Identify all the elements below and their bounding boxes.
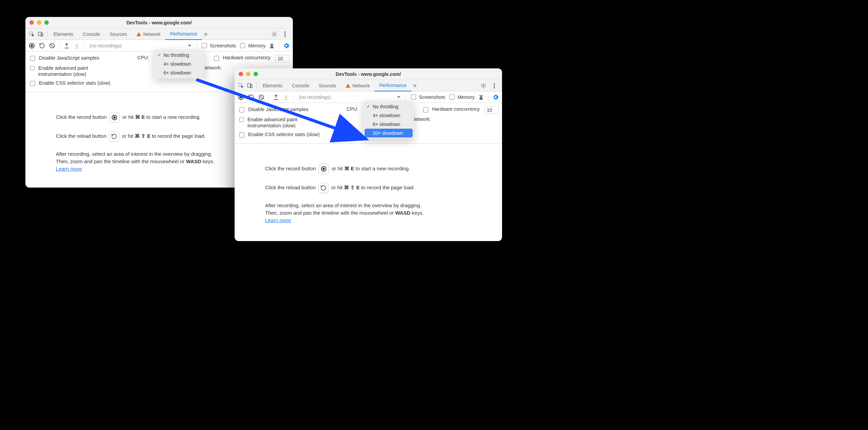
tab-network[interactable]: Network xyxy=(132,28,165,40)
help-text: Click the reload button xyxy=(56,133,108,139)
cpu-throttling-dropdown[interactable]: No throttling 4× slowdown 6× slowdown 20… xyxy=(363,101,414,139)
tab-performance[interactable]: Performance xyxy=(165,28,202,40)
capture-settings-gear-icon[interactable] xyxy=(283,42,290,49)
screenshots-checkbox-input[interactable] xyxy=(202,43,207,48)
tab-network[interactable]: Network xyxy=(341,80,374,91)
hw-label: Hardware concurrency xyxy=(223,55,270,61)
record-button-icon[interactable] xyxy=(237,93,245,101)
screenshots-checkbox[interactable]: Screenshots xyxy=(410,93,446,101)
reload-button-icon[interactable] xyxy=(38,42,46,49)
clear-icon[interactable] xyxy=(258,93,265,101)
help-text: or hit xyxy=(331,166,344,171)
memory-checkbox[interactable]: Memory xyxy=(239,42,265,49)
shortcut-reload: ⌘ ⇧ E xyxy=(344,185,360,190)
divider xyxy=(268,94,269,101)
download-icon[interactable] xyxy=(282,93,290,101)
inspect-element-icon[interactable] xyxy=(237,82,245,89)
reload-help-line: Click the reload button or hit ⌘ ⇧ E to … xyxy=(265,183,494,193)
hw-concurrency-input[interactable] xyxy=(214,56,219,61)
more-tabs-icon[interactable]: » xyxy=(411,82,419,89)
cpu-option-20x[interactable]: 20× slowdown xyxy=(365,129,413,137)
hw-concurrency-value[interactable]: 10 xyxy=(275,55,289,62)
garbage-collect-icon[interactable] xyxy=(477,93,485,101)
cpu-option-4x[interactable]: 4× slowdown xyxy=(154,60,205,68)
learn-more-link[interactable]: Learn more xyxy=(56,166,82,172)
capture-settings-pane: Disable JavaScript samples CPU: Hardware… xyxy=(235,103,502,144)
tab-console[interactable]: Console xyxy=(78,28,105,40)
reload-button-inline-icon[interactable] xyxy=(318,183,328,193)
help-text: Then, zoom and pan the timeline with the… xyxy=(56,158,186,164)
garbage-collect-icon[interactable] xyxy=(268,42,276,49)
cpu-throttling-dropdown[interactable]: No throttling 4× slowdown 6× slowdown xyxy=(154,49,205,79)
svg-point-19 xyxy=(494,87,495,88)
recordings-placeholder: (no recordings) xyxy=(90,43,122,48)
disable-js-samples-checkbox[interactable]: Disable JavaScript samples xyxy=(238,106,308,113)
performance-help-panel: Click the record button or hit ⌘ E to st… xyxy=(235,144,502,235)
device-toolbar-icon[interactable] xyxy=(246,82,254,89)
screenshots-checkbox[interactable]: Screenshots xyxy=(200,42,236,49)
svg-point-17 xyxy=(494,83,495,84)
advanced-paint-checkbox[interactable]: Enable advanced paint instrumentation (s… xyxy=(238,116,329,129)
css-selector-stats-input[interactable] xyxy=(239,132,244,137)
svg-point-16 xyxy=(483,85,484,86)
more-tabs-icon[interactable]: » xyxy=(202,30,210,38)
svg-point-18 xyxy=(494,85,495,86)
css-selector-stats-input[interactable] xyxy=(30,81,35,86)
record-button-icon[interactable] xyxy=(28,42,36,49)
disable-js-samples-input[interactable] xyxy=(30,56,35,61)
css-selector-stats-label: Enable CSS selector stats (slow) xyxy=(248,131,320,137)
clear-icon[interactable] xyxy=(48,42,56,49)
divider xyxy=(84,42,84,49)
tab-performance[interactable]: Performance xyxy=(374,80,411,91)
device-toolbar-icon[interactable] xyxy=(37,30,44,38)
tab-sources[interactable]: Sources xyxy=(314,80,341,91)
reload-button-inline-icon[interactable] xyxy=(109,131,119,142)
record-button-inline-icon[interactable] xyxy=(319,164,329,174)
hardware-concurrency-checkbox[interactable]: Hardware concurrency xyxy=(213,55,270,62)
tab-elements[interactable]: Elements xyxy=(258,80,287,91)
css-selector-stats-checkbox[interactable]: Enable CSS selector stats (slow) xyxy=(238,131,320,138)
disable-js-samples-checkbox[interactable]: Disable JavaScript samples xyxy=(29,55,99,62)
reload-button-icon[interactable] xyxy=(247,93,255,101)
titlebar: DevTools - www.google.com/ xyxy=(235,68,502,80)
cpu-option-no-throttling[interactable]: No throttling xyxy=(363,102,414,111)
divider xyxy=(279,42,279,49)
svg-point-4 xyxy=(284,31,286,33)
help-text: Click the reload button xyxy=(265,185,317,190)
learn-more-link[interactable]: Learn more xyxy=(265,217,291,223)
advanced-paint-input[interactable] xyxy=(239,117,244,122)
cpu-option-6x[interactable]: 6× slowdown xyxy=(363,120,414,129)
memory-checkbox-input[interactable] xyxy=(449,94,454,100)
kebab-menu-icon[interactable] xyxy=(491,82,498,89)
memory-checkbox[interactable]: Memory xyxy=(448,93,475,101)
css-selector-stats-checkbox[interactable]: Enable CSS selector stats (slow) xyxy=(29,80,110,87)
hw-concurrency-value[interactable]: 10 xyxy=(484,106,499,114)
help-text: or hit xyxy=(122,133,135,139)
settings-gear-icon[interactable] xyxy=(480,82,487,89)
memory-checkbox-input[interactable] xyxy=(240,43,245,48)
cpu-option-no-throttling[interactable]: No throttling xyxy=(154,51,205,60)
advanced-paint-input[interactable] xyxy=(30,66,35,71)
cpu-option-4x[interactable]: 4× slowdown xyxy=(363,111,414,120)
tab-sources[interactable]: Sources xyxy=(105,28,132,40)
inspect-element-icon[interactable] xyxy=(28,30,36,38)
recordings-dropdown[interactable]: (no recordings) xyxy=(88,43,193,48)
cpu-option-6x[interactable]: 6× slowdown xyxy=(154,68,205,77)
record-button-inline-icon[interactable] xyxy=(109,112,120,123)
tab-elements[interactable]: Elements xyxy=(49,28,78,40)
window-title: DevTools - www.google.com/ xyxy=(25,20,293,25)
cpu-label: CPU: xyxy=(137,55,149,60)
capture-settings-gear-icon[interactable] xyxy=(492,93,499,101)
hardware-concurrency-checkbox[interactable]: Hardware concurrency xyxy=(422,106,480,113)
upload-icon[interactable] xyxy=(272,93,280,101)
screenshots-checkbox-input[interactable] xyxy=(411,94,416,100)
tab-console[interactable]: Console xyxy=(287,80,314,91)
recordings-dropdown[interactable]: (no recordings) xyxy=(297,94,403,100)
upload-icon[interactable] xyxy=(63,42,70,49)
settings-gear-icon[interactable] xyxy=(270,30,278,38)
download-icon[interactable] xyxy=(73,42,81,49)
kebab-menu-icon[interactable] xyxy=(281,30,289,38)
hw-concurrency-input[interactable] xyxy=(423,107,428,112)
disable-js-samples-input[interactable] xyxy=(239,107,244,112)
advanced-paint-checkbox[interactable]: Enable advanced paint instrumentation (s… xyxy=(29,65,120,77)
